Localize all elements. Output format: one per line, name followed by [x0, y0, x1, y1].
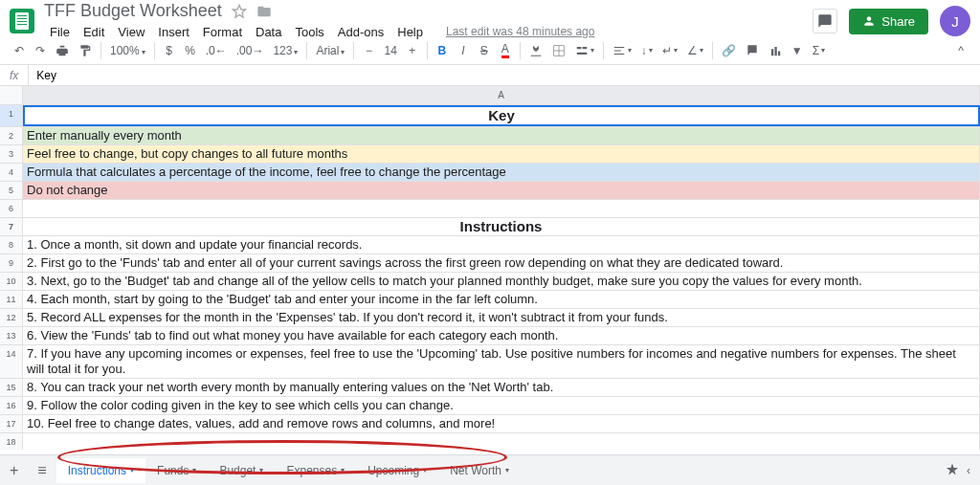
explore-button[interactable]: [944, 462, 961, 479]
select-all-corner[interactable]: [0, 86, 23, 104]
column-header-A[interactable]: A: [23, 86, 980, 104]
row-header[interactable]: 11: [0, 291, 23, 308]
cell-A6[interactable]: [23, 200, 980, 217]
sheets-logo[interactable]: [10, 9, 34, 33]
cell-A1[interactable]: Key: [23, 105, 980, 126]
font-size[interactable]: 14: [380, 42, 400, 59]
row-header[interactable]: 10: [0, 273, 23, 290]
menu-edit[interactable]: Edit: [78, 23, 110, 41]
row-header[interactable]: 16: [0, 397, 23, 414]
cell-A7[interactable]: Instructions: [23, 218, 980, 235]
cell-A17[interactable]: 10. Feel free to change dates, values, a…: [23, 415, 980, 432]
row-header[interactable]: 6: [0, 200, 23, 217]
font-select[interactable]: Arial: [312, 42, 348, 59]
row-header[interactable]: 4: [0, 164, 23, 181]
cell-A3[interactable]: Feel free to change, but copy changes to…: [23, 145, 980, 163]
menu-file[interactable]: File: [44, 23, 76, 41]
collapse-toolbar-button[interactable]: ^: [951, 41, 970, 60]
sheet-tab-instructions[interactable]: Instructions▾: [56, 458, 145, 483]
cell-A4[interactable]: Formula that calculates a percentage of …: [23, 164, 980, 181]
cell-A13[interactable]: 6. View the 'Funds' tab to find out what…: [23, 327, 980, 344]
decrease-decimal-button[interactable]: .0←: [202, 41, 231, 60]
share-button[interactable]: Share: [849, 9, 928, 34]
functions-button[interactable]: Σ: [809, 41, 829, 60]
cell-A8[interactable]: 1. Once a month, sit down and update you…: [23, 236, 980, 254]
cell-A11[interactable]: 4. Each month, start by going to the 'Bu…: [23, 291, 980, 308]
chart-button[interactable]: [765, 41, 786, 60]
row-header[interactable]: 1: [0, 105, 23, 126]
rotate-button[interactable]: ∠: [683, 41, 707, 60]
add-sheet-button[interactable]: +: [0, 462, 28, 479]
paint-format-button[interactable]: [75, 41, 96, 60]
sheet-tab-net-worth[interactable]: Net Worth▾: [438, 458, 521, 483]
row-header[interactable]: 7: [0, 218, 23, 235]
borders-button[interactable]: [548, 41, 569, 60]
cell-A16[interactable]: 9. Follow the color coding given in the …: [23, 397, 980, 414]
italic-button[interactable]: I: [454, 41, 473, 60]
strike-button[interactable]: S: [475, 41, 494, 60]
star-icon[interactable]: [232, 4, 247, 19]
menu-insert[interactable]: Insert: [152, 23, 195, 41]
text-color-button[interactable]: A: [496, 39, 515, 61]
row-header[interactable]: 13: [0, 327, 23, 344]
currency-button[interactable]: $: [160, 41, 179, 60]
sheet-tab-menu-icon[interactable]: ▾: [423, 466, 427, 474]
row-header[interactable]: 18: [0, 433, 23, 450]
zoom-select[interactable]: 100%: [106, 42, 149, 59]
menu-view[interactable]: View: [112, 23, 150, 41]
font-size-plus[interactable]: +: [403, 41, 422, 60]
cell-A2[interactable]: Enter manually every month: [23, 127, 980, 144]
row-header[interactable]: 9: [0, 254, 23, 272]
cell-A10[interactable]: 3. Next, go to the 'Budget' tab and chan…: [23, 273, 980, 290]
wrap-button[interactable]: ↵: [658, 41, 681, 60]
menu-tools[interactable]: Tools: [289, 23, 329, 41]
move-folder-icon[interactable]: [256, 4, 272, 19]
cell-A18[interactable]: [23, 433, 980, 450]
percent-button[interactable]: %: [181, 41, 200, 60]
sheet-tab-menu-icon[interactable]: ▾: [505, 466, 509, 474]
sheet-tab-upcoming[interactable]: Upcoming▾: [356, 458, 438, 483]
font-size-minus[interactable]: −: [359, 41, 378, 60]
row-header[interactable]: 8: [0, 236, 23, 254]
menu-help[interactable]: Help: [391, 23, 429, 41]
all-sheets-button[interactable]: ≡: [28, 462, 56, 479]
halign-button[interactable]: [609, 41, 635, 60]
row-header[interactable]: 5: [0, 182, 23, 199]
row-header[interactable]: 15: [0, 379, 23, 396]
cell-A15[interactable]: 8. You can track your net worth every mo…: [23, 379, 980, 396]
link-button[interactable]: 🔗: [718, 41, 740, 60]
sheet-tab-funds[interactable]: Funds▾: [145, 458, 208, 483]
account-avatar[interactable]: J: [940, 6, 970, 36]
sheet-tab-expenses[interactable]: Expenses▾: [275, 458, 356, 483]
cell-A9[interactable]: 2. First go to the 'Funds' tab and enter…: [23, 254, 980, 272]
comment-button[interactable]: [742, 41, 763, 60]
last-edit[interactable]: Last edit was 48 minutes ago: [440, 23, 600, 41]
sheet-tab-menu-icon[interactable]: ▾: [130, 466, 134, 474]
row-header[interactable]: 2: [0, 127, 23, 144]
redo-button[interactable]: ↷: [31, 41, 50, 60]
menu-data[interactable]: Data: [250, 23, 287, 41]
menu-addons[interactable]: Add-ons: [332, 23, 390, 41]
row-header[interactable]: 3: [0, 145, 23, 163]
menu-format[interactable]: Format: [197, 23, 248, 41]
cell-A5[interactable]: Do not change: [23, 182, 980, 199]
sheet-tab-menu-icon[interactable]: ▾: [192, 466, 196, 474]
sheet-tab-menu-icon[interactable]: ▾: [341, 466, 345, 474]
print-button[interactable]: [52, 41, 73, 60]
document-title[interactable]: TFF Budget Worksheet: [44, 1, 222, 21]
sheet-tab-menu-icon[interactable]: ▾: [259, 466, 263, 474]
valign-button[interactable]: ↓: [637, 41, 657, 60]
comments-button[interactable]: [813, 9, 837, 33]
fill-color-button[interactable]: [525, 41, 546, 60]
formula-input[interactable]: [29, 65, 980, 85]
sheet-tab-budget[interactable]: Budget▾: [208, 458, 275, 483]
merge-button[interactable]: [571, 41, 598, 60]
number-format-select[interactable]: 123: [269, 42, 301, 59]
cell-A12[interactable]: 5. Record ALL expenses for the month in …: [23, 309, 980, 326]
filter-button[interactable]: ▼: [788, 41, 807, 60]
bold-button[interactable]: B: [433, 41, 452, 60]
undo-button[interactable]: ↶: [10, 41, 29, 60]
side-panel-toggle[interactable]: ‹: [967, 464, 970, 477]
row-header[interactable]: 14: [0, 345, 23, 378]
cell-A14[interactable]: 7. If you have any upcoming incomes or e…: [23, 345, 980, 378]
